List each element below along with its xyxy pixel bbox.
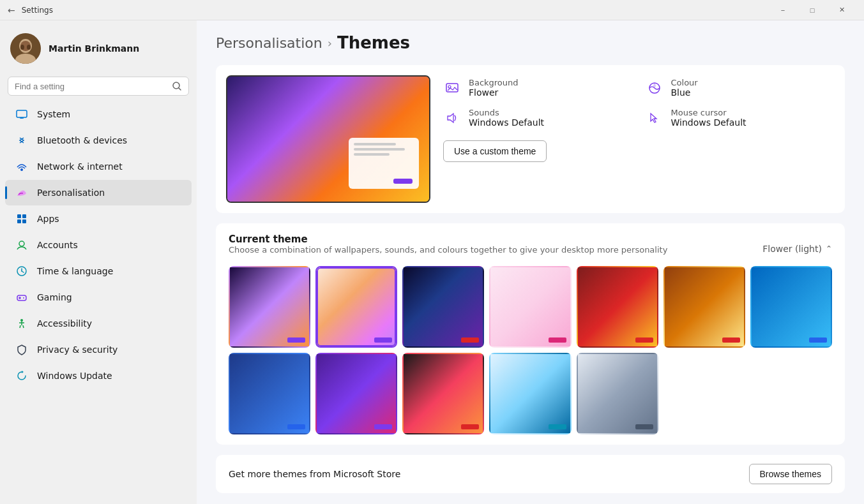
theme-thumb-btn-8 <box>287 424 305 429</box>
theme-thumbnail-lake[interactable] <box>489 353 571 434</box>
sidebar-item-bluetooth[interactable]: Bluetooth & devices <box>5 128 192 153</box>
avatar <box>10 33 41 64</box>
window-preview-button <box>393 179 413 184</box>
sidebar-item-accessibility-label: Accessibility <box>37 318 92 329</box>
personalisation-icon <box>15 186 28 199</box>
theme-thumbnail-purple-glow[interactable] <box>315 353 397 434</box>
theme-thumbnail-white-swirl[interactable] <box>577 353 658 434</box>
privacy-icon <box>15 343 28 356</box>
sidebar-item-time[interactable]: Time & language <box>5 258 192 284</box>
theme-thumbnail-pastel[interactable] <box>489 266 571 348</box>
svg-line-28 <box>23 325 24 328</box>
theme-preview-card: Background Flower <box>216 65 845 213</box>
background-detail: Background Flower <box>443 78 633 98</box>
maximize-button[interactable]: □ <box>798 0 827 20</box>
user-profile[interactable]: Martin Brinkmann <box>0 28 197 74</box>
sidebar-item-privacy[interactable]: Privacy & security <box>5 337 192 362</box>
theme-preview-window <box>349 138 419 189</box>
window-line-1 <box>354 143 396 145</box>
use-custom-theme-button[interactable]: Use a custom theme <box>443 140 547 162</box>
app-title: Settings <box>22 6 53 15</box>
svg-point-23 <box>23 297 24 299</box>
sidebar-item-accounts-label: Accounts <box>37 240 78 250</box>
sidebar-item-network[interactable]: Network & internet <box>5 154 192 179</box>
windows-update-icon <box>15 369 28 382</box>
mouse-cursor-text: Mouse cursor Windows Default <box>671 108 747 128</box>
sidebar-nav: System Bluetooth & devices <box>0 101 197 389</box>
theme-thumb-btn-3 <box>461 337 479 343</box>
theme-thumbnail-flower-light[interactable] <box>315 266 397 348</box>
theme-thumbnail-sunset[interactable] <box>577 266 658 348</box>
bluetooth-icon <box>15 134 28 147</box>
theme-thumb-btn-7 <box>809 337 827 343</box>
search-icon <box>172 81 182 91</box>
window-line-2 <box>354 148 405 151</box>
sounds-icon <box>443 109 461 127</box>
svg-rect-8 <box>17 110 27 117</box>
user-name: Martin Brinkmann <box>49 43 139 54</box>
theme-thumbnail-deep-blue[interactable] <box>229 353 310 434</box>
current-theme-title: Current theme <box>229 233 667 245</box>
theme-selected-label[interactable]: Flower (light) ⌃ <box>762 244 832 254</box>
theme-thumb-btn-12 <box>635 424 653 429</box>
sidebar-item-gaming[interactable]: Gaming <box>5 285 192 310</box>
breadcrumb: Personalisation › Themes <box>216 33 845 52</box>
sidebar-item-windows-update[interactable]: Windows Update <box>5 363 192 389</box>
theme-info: Background Flower <box>443 75 835 162</box>
background-text: Background Flower <box>469 78 519 98</box>
svg-line-19 <box>22 271 24 272</box>
mouse-cursor-detail: Mouse cursor Windows Default <box>646 108 835 128</box>
sidebar-item-apps-label: Apps <box>37 214 59 224</box>
theme-thumbnail-desert[interactable] <box>663 266 745 348</box>
theme-thumbnail-space[interactable] <box>402 266 484 348</box>
theme-thumb-btn-1 <box>287 337 305 343</box>
search-input[interactable] <box>15 82 167 91</box>
sidebar-item-accounts[interactable]: Accounts <box>5 232 192 258</box>
sidebar-item-accessibility[interactable]: Accessibility <box>5 311 192 336</box>
sidebar-item-windows-update-label: Windows Update <box>37 371 112 381</box>
background-label: Background <box>469 78 519 87</box>
sidebar-item-system-label: System <box>37 109 70 119</box>
sounds-value: Windows Default <box>469 117 544 128</box>
browse-themes-button[interactable]: Browse themes <box>749 464 832 484</box>
svg-point-11 <box>20 168 23 171</box>
theme-thumbnail-colorful-dark[interactable] <box>402 353 484 434</box>
theme-thumbnail-flower-dark[interactable] <box>229 266 310 348</box>
current-theme-section: Current theme Choose a combination of wa… <box>216 223 845 445</box>
sidebar-item-time-label: Time & language <box>37 266 113 276</box>
svg-rect-15 <box>22 219 26 223</box>
sidebar-item-bluetooth-label: Bluetooth & devices <box>37 135 127 145</box>
theme-thumbnail-blue-windows[interactable] <box>750 266 832 348</box>
sidebar-item-apps[interactable]: Apps <box>5 206 192 232</box>
svg-point-5 <box>27 45 31 50</box>
colour-text: Colour Blue <box>671 78 698 98</box>
themes-grid <box>229 266 832 434</box>
sidebar-item-personalisation-label: Personalisation <box>37 188 105 198</box>
current-theme-header: Current theme Choose a combination of wa… <box>229 233 832 263</box>
theme-selected-name: Flower (light) <box>762 244 822 254</box>
theme-thumb-btn-10 <box>461 424 479 429</box>
minimize-button[interactable]: − <box>768 0 798 20</box>
svg-line-27 <box>20 325 20 328</box>
background-icon <box>443 79 461 97</box>
sidebar-item-personalisation[interactable]: Personalisation <box>5 180 192 205</box>
theme-thumb-btn-5 <box>635 337 653 343</box>
current-theme-title-group: Current theme Choose a combination of wa… <box>229 233 667 263</box>
back-icon[interactable]: ← <box>8 5 15 15</box>
colour-detail: Colour Blue <box>646 78 835 98</box>
apps-icon <box>15 212 28 225</box>
theme-thumb-btn-9 <box>374 424 392 429</box>
theme-thumb-btn-11 <box>549 424 566 429</box>
sounds-label: Sounds <box>469 108 544 117</box>
sidebar-item-system[interactable]: System <box>5 101 192 127</box>
current-theme-subtitle: Choose a combination of wallpapers, soun… <box>229 245 667 255</box>
sidebar-item-privacy-label: Privacy & security <box>37 345 117 355</box>
search-box[interactable] <box>8 77 189 96</box>
accessibility-icon <box>15 317 28 330</box>
titlebar: ← Settings − □ ✕ <box>0 0 864 20</box>
breadcrumb-parent[interactable]: Personalisation <box>216 35 322 51</box>
store-section: Get more themes from Microsoft Store Bro… <box>216 455 845 493</box>
svg-line-7 <box>179 88 181 90</box>
background-value: Flower <box>469 87 519 98</box>
close-button[interactable]: ✕ <box>827 0 856 20</box>
